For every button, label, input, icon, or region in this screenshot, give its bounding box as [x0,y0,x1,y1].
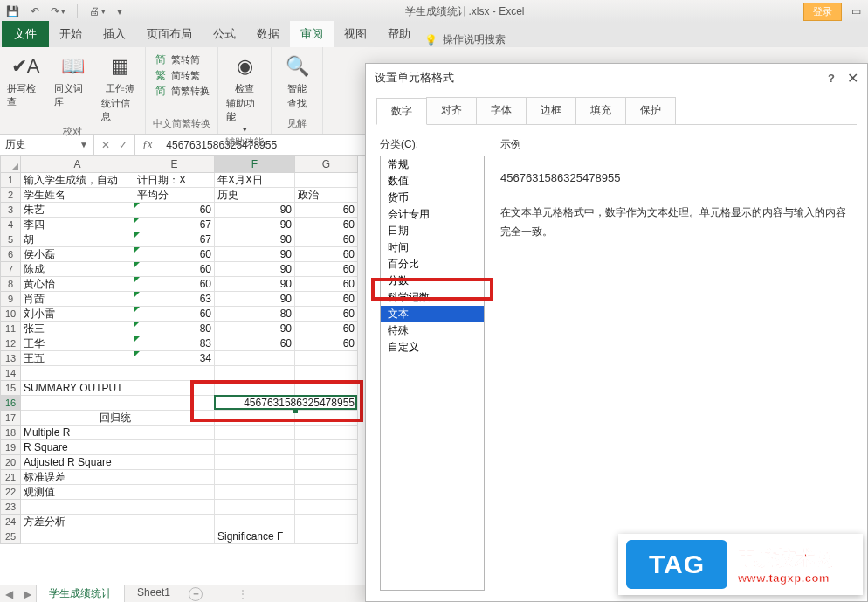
cell[interactable]: 63 [134,292,215,307]
close-icon[interactable]: ✕ [847,70,858,86]
ribbon-display-icon[interactable]: ▭ [849,4,863,18]
row-header[interactable]: 8 [0,277,21,292]
undo-icon[interactable]: ↶ [28,4,42,18]
row-header[interactable]: 20 [0,455,21,470]
sheet-tab[interactable]: 学生成绩统计 [36,584,125,603]
cell[interactable]: 60 [215,336,295,351]
row-header[interactable]: 14 [0,366,21,381]
category-item[interactable]: 会计专用 [381,206,484,223]
cell[interactable] [134,529,215,544]
redo-icon[interactable]: ↷ [51,4,65,18]
cell[interactable]: 90 [215,232,295,247]
ribbon-简繁转换[interactable]: 简简繁转换 [154,84,210,98]
qat-customize-icon[interactable]: ▾ [113,4,127,18]
cell[interactable] [295,470,358,485]
cell[interactable]: 朱艺 [21,203,134,218]
cell[interactable] [215,351,295,366]
cell[interactable]: 90 [215,277,295,292]
cell[interactable] [134,515,215,529]
cell[interactable]: 历史 [215,188,295,203]
cell[interactable]: Multiple R [21,426,134,440]
cell[interactable] [21,396,134,411]
cell[interactable]: 王五 [21,351,134,366]
cell[interactable]: 年X月X日 [215,173,295,188]
category-item[interactable]: 文本 [381,306,484,322]
category-item[interactable]: 货币 [381,190,484,206]
category-item[interactable]: 科学记数 [381,289,484,306]
cell[interactable] [215,426,295,440]
save-icon[interactable]: 💾 [5,4,19,18]
row-header[interactable]: 13 [0,351,21,366]
dialog-tab-保护[interactable]: 保护 [625,97,676,124]
cell[interactable] [295,381,358,396]
cell[interactable]: 60 [295,322,358,336]
cell[interactable] [295,426,358,440]
category-item[interactable]: 特殊 [381,322,484,339]
tab-视图[interactable]: 视图 [334,21,377,47]
cell[interactable]: 34 [134,351,215,366]
category-item[interactable]: 数值 [381,173,484,190]
enter-icon[interactable]: ✓ [119,139,127,151]
cell[interactable] [134,396,215,411]
cell[interactable] [295,529,358,544]
cell[interactable]: 90 [215,262,295,277]
cell[interactable] [215,411,295,426]
cell[interactable]: 黄心怡 [21,277,134,292]
cell[interactable]: 90 [215,218,295,232]
cell[interactable]: 60 [295,232,358,247]
row-header[interactable]: 15 [0,381,21,396]
tab-开始[interactable]: 开始 [49,21,93,47]
cell[interactable] [215,485,295,500]
cell[interactable]: 60 [295,336,358,351]
cell[interactable]: 90 [215,322,295,336]
cell[interactable]: 60 [295,247,358,262]
cell[interactable]: 平均分 [134,188,215,203]
cell[interactable]: 李四 [21,218,134,232]
cancel-icon[interactable]: ✕ [101,139,110,151]
print-icon[interactable]: 🖨 [90,4,104,18]
dialog-tab-边框[interactable]: 边框 [526,97,576,124]
row-header[interactable]: 12 [0,336,21,351]
cell[interactable]: 张三 [21,322,134,336]
tab-file[interactable]: 文件 [2,21,49,47]
cell[interactable]: 90 [215,292,295,307]
cell[interactable]: 政治 [295,188,358,203]
tab-数据[interactable]: 数据 [246,21,290,47]
row-header[interactable]: 25 [0,529,21,544]
row-header[interactable]: 5 [0,232,21,247]
cell[interactable] [215,440,295,455]
cell[interactable]: 90 [215,203,295,218]
ribbon-简转繁[interactable]: 繁简转繁 [154,68,210,82]
cell[interactable]: 60 [295,262,358,277]
cell[interactable] [21,500,134,515]
row-header[interactable]: 6 [0,247,21,262]
cell[interactable] [21,529,134,544]
row-header[interactable]: 24 [0,515,21,529]
fill-handle[interactable] [293,408,298,413]
chevron-down-icon[interactable]: ▼ [79,140,88,149]
cell[interactable]: 60 [295,277,358,292]
ribbon-智能
查找[interactable]: 🔍智能查找 [279,51,315,110]
cell[interactable]: 90 [215,247,295,262]
sheet-nav-next-icon[interactable]: ▶ [18,588,37,600]
cell[interactable] [295,500,358,515]
category-item[interactable]: 自定义 [381,339,484,356]
cell[interactable]: 60 [295,307,358,322]
cell[interactable] [295,455,358,470]
column-header-A[interactable]: A [21,156,134,173]
category-item[interactable]: 时间 [381,239,484,256]
category-listbox[interactable]: 常规数值货币会计专用日期时间百分比分数科学记数文本特殊自定义 [380,156,485,591]
cell[interactable]: 60 [295,203,358,218]
cell[interactable] [215,366,295,381]
row-header[interactable]: 2 [0,188,21,203]
cell[interactable] [134,500,215,515]
cell[interactable] [134,411,215,426]
row-header[interactable]: 4 [0,218,21,232]
cell[interactable] [134,485,215,500]
cell[interactable]: 60 [134,307,215,322]
cell[interactable] [134,426,215,440]
tab-页面布局[interactable]: 页面布局 [136,21,203,47]
row-header[interactable]: 16 [0,396,21,411]
cell[interactable]: 60 [134,247,215,262]
cell[interactable]: 67 [134,232,215,247]
